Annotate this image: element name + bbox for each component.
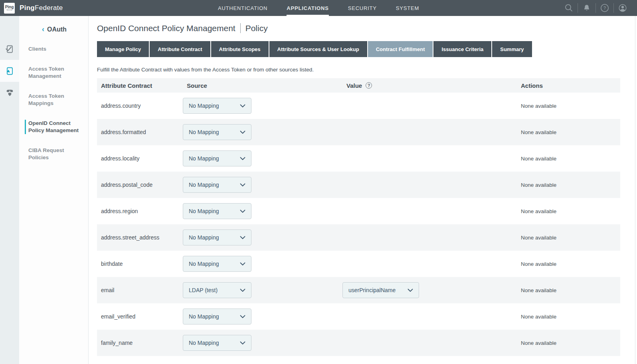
attribute-name: address.postal_code: [97, 182, 183, 188]
chevron-down-icon: [240, 315, 245, 318]
app-shell: ‹ OAuth Clients Access Token Management …: [0, 16, 637, 364]
tab-attribute-contract[interactable]: Attribute Contract: [150, 41, 210, 57]
nav-applications[interactable]: APPLICATIONS: [287, 0, 328, 16]
page-title-secondary: Policy: [245, 24, 268, 33]
chevron-down-icon: [240, 131, 245, 134]
help-icon[interactable]: ?: [600, 4, 609, 12]
top-bar: Ping Identity PingFederate AUTHENTICATIO…: [0, 0, 637, 16]
actions-cell: None available: [517, 129, 620, 135]
clients-icon[interactable]: [0, 38, 19, 60]
icon-divider: [613, 3, 614, 13]
actions-cell: None available: [517, 314, 620, 320]
source-select-value: No Mapping: [189, 103, 219, 109]
attribute-name: birthdate: [97, 261, 183, 267]
source-cell: No Mapping: [183, 150, 342, 166]
policy-tabs: Manage Policy Attribute Contract Attribu…: [97, 41, 620, 57]
actions-cell: None available: [517, 208, 620, 214]
attribute-name: family_name: [97, 340, 183, 346]
source-select[interactable]: No Mapping: [183, 177, 251, 193]
source-select[interactable]: LDAP (test): [183, 282, 251, 298]
attribute-name: address.locality: [97, 155, 183, 162]
attribute-name: address.region: [97, 208, 183, 214]
mappings-icon[interactable]: [0, 82, 19, 104]
source-select-value: No Mapping: [189, 155, 219, 162]
source-select[interactable]: No Mapping: [183, 203, 251, 219]
icon-rail: [0, 16, 19, 364]
actions-cell: None available: [517, 235, 620, 241]
ping-logo-subtext: Identity: [6, 9, 12, 11]
source-cell: No Mapping: [183, 98, 342, 114]
header-attribute-contract: Attribute Contract: [97, 82, 183, 89]
tab-attribute-sources-user-lookup[interactable]: Attribute Sources & User Lookup: [269, 41, 367, 57]
main-content: OpenID Connect Policy Management Policy …: [89, 16, 637, 364]
oauth-back-link[interactable]: ‹ OAuth: [19, 25, 88, 34]
actions-cell: None available: [517, 156, 620, 162]
chevron-down-icon: [240, 210, 245, 213]
source-select-value: No Mapping: [189, 261, 219, 267]
table-row: address.locality No Mapping None availab…: [97, 145, 620, 172]
source-cell: No Mapping: [183, 256, 342, 272]
attribute-name: email_verified: [97, 313, 183, 320]
value-help-icon[interactable]: ?: [366, 82, 372, 89]
nav-security[interactable]: SECURITY: [348, 0, 377, 16]
access-token-icon[interactable]: [0, 60, 19, 82]
top-navigation: AUTHENTICATION APPLICATIONS SECURITY SYS…: [218, 0, 419, 16]
search-icon[interactable]: [564, 4, 573, 12]
source-select[interactable]: No Mapping: [183, 256, 251, 272]
fulfillment-table: Attribute Contract Source Value ? Action…: [97, 78, 620, 356]
source-select[interactable]: No Mapping: [183, 98, 251, 114]
table-row: address.country No Mapping None availabl…: [97, 93, 620, 119]
source-select[interactable]: No Mapping: [183, 335, 251, 351]
tab-contract-fulfillment[interactable]: Contract Fulfillment: [368, 41, 433, 57]
sidebar-item-clients[interactable]: Clients: [19, 46, 88, 53]
source-cell: LDAP (test): [183, 282, 342, 298]
source-select-value: No Mapping: [189, 234, 219, 241]
notifications-bell-icon[interactable]: [582, 4, 591, 12]
title-divider: [240, 23, 241, 33]
tab-manage-policy[interactable]: Manage Policy: [97, 41, 149, 57]
chevron-down-icon: [240, 341, 245, 345]
source-select-value: No Mapping: [189, 313, 219, 320]
table-row: email LDAP (test) userPrincipalName None…: [97, 277, 620, 303]
header-value: Value ?: [342, 82, 517, 89]
tab-summary[interactable]: Summary: [492, 41, 532, 57]
brand-title: PingFederate: [20, 4, 63, 12]
chevron-down-icon: [408, 289, 413, 292]
table-header: Attribute Contract Source Value ? Action…: [97, 78, 620, 93]
source-select[interactable]: No Mapping: [183, 309, 251, 324]
source-cell: No Mapping: [183, 124, 342, 140]
attribute-name: address.formatted: [97, 129, 183, 135]
account-avatar-icon[interactable]: [618, 4, 627, 12]
source-select[interactable]: No Mapping: [183, 229, 251, 245]
table-row: email_verified No Mapping None available: [97, 303, 620, 330]
source-select[interactable]: No Mapping: [183, 150, 251, 166]
actions-cell: None available: [517, 103, 620, 109]
source-select[interactable]: No Mapping: [183, 124, 251, 140]
sidebar-item-access-token-mappings[interactable]: Access Token Mappings: [19, 93, 88, 107]
sidebar-item-ciba-request-policies[interactable]: CIBA Request Policies: [19, 147, 88, 161]
table-body: address.country No Mapping None availabl…: [97, 93, 620, 356]
nav-system[interactable]: SYSTEM: [396, 0, 419, 16]
tab-issuance-criteria[interactable]: Issuance Criteria: [433, 41, 491, 57]
attribute-name: address.country: [97, 103, 183, 109]
sidebar-item-openid-connect-policy-management[interactable]: OpenID Connect Policy Management: [25, 120, 88, 134]
value-select[interactable]: userPrincipalName: [342, 282, 419, 298]
chevron-down-icon: [240, 157, 245, 160]
table-row: address.formatted No Mapping None availa…: [97, 119, 620, 145]
table-row: family_name No Mapping None available: [97, 330, 620, 356]
tab-attribute-scopes[interactable]: Attribute Scopes: [211, 41, 269, 57]
actions-cell: None available: [517, 261, 620, 267]
header-source: Source: [183, 82, 342, 89]
source-select-value: No Mapping: [189, 129, 219, 135]
table-row: address.region No Mapping None available: [97, 198, 620, 224]
attribute-name: address.street_address: [97, 234, 183, 241]
table-row: birthdate No Mapping None available: [97, 251, 620, 277]
scrollbar-edge: [635, 16, 635, 364]
nav-authentication[interactable]: AUTHENTICATION: [218, 0, 267, 16]
brand-rest: Federate: [35, 4, 63, 12]
chevron-down-icon: [240, 289, 245, 292]
table-row: address.street_address No Mapping None a…: [97, 224, 620, 251]
brand-bold: Ping: [20, 4, 35, 12]
sidebar-item-access-token-management[interactable]: Access Token Management: [19, 65, 88, 80]
source-select-value: LDAP (test): [189, 287, 218, 293]
